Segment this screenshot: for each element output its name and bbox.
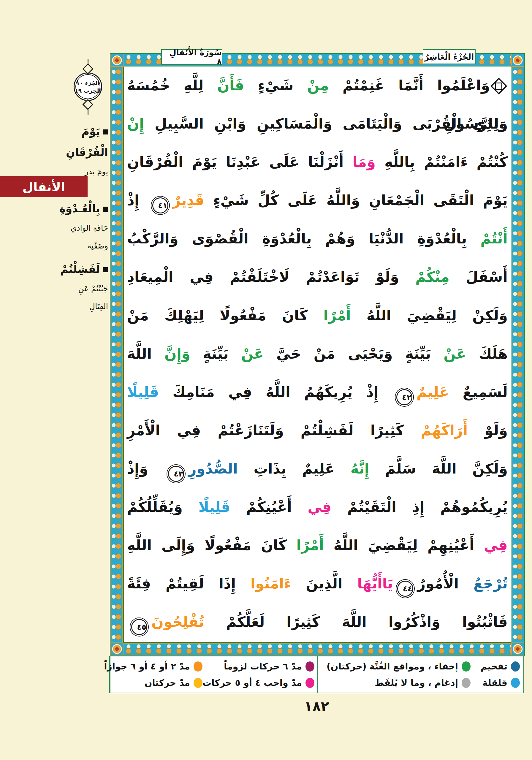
quran-segment: لَسَمِيعٌ [449,384,508,400]
quran-segment: اللَّهَ [127,345,165,362]
medallion-knot-icon [82,99,93,110]
margin-note-gloss: وضَفَّتِه [42,237,108,255]
legend-label: مدّ واجب ٤ أو ٥ حركات [203,678,302,688]
juz-title: الجُزْءُ الْعَاشِرُ [424,52,474,62]
square-bullet-icon [103,267,108,272]
quran-segment: إِنْ [127,115,144,132]
legend-item: مدّ واجب ٤ أو ٥ حركات [203,678,314,688]
quran-segment: إِذَا لَقِيتُمْ فِئَةً [127,575,251,592]
legend-color-dot [306,678,314,688]
quran-segment: بِالْعُدْوَةِ الدُّنْيَا وَهُمْ بِالْعُد… [127,230,480,247]
quran-segment: عَلِيمٌ [416,384,449,400]
ornament-band-right [512,67,524,642]
quran-segment: كَانَ مَفْعُولًا لِيَهْلِكَ مَنْ [127,307,323,324]
quran-line: وَلَوْ أَرَاكَهُمْ كَثِيرًا لَفَشِلْتُمْ… [127,411,508,450]
legend-color-dot [194,678,203,688]
quran-segment: إِنَّهُ [350,460,369,477]
quran-segment: عَنْ [444,345,466,362]
legend-color-dot [461,661,470,672]
legend-color-dot [511,678,520,688]
quran-line: وَلَكِنْ لِيَقْضِيَ اللَّهُ أَمْرًا كَان… [127,296,508,335]
quran-line: يُرِيكُمُوهُمْ إِذِ الْتَقَيْتُمْ فِي أَ… [127,488,508,526]
margin-note-gloss: القِتَالِ [42,298,108,315]
margin-note-gloss: حَافَةِ الوادي [42,219,108,237]
quran-line: فِي أَعْيُنِهِمْ لِيَقْضِيَ اللَّهُ أَمْ… [127,526,508,564]
square-bullet-icon [103,129,108,134]
quran-line: وَلِذِي الْقُرْبَى وَالْيَتَامَى وَالْمَ… [127,105,508,143]
legend-label: مدّ ٢ أو ٤ أو ٦ جوازاً [104,661,190,672]
legend-item: إدغام ، وما لا يُلفَظ [321,678,470,688]
legend-item: مدّ ٦ حركات لزوماً [203,661,314,672]
legend-column-ghunnah: إخفاء ، ومواقع الغُنَّة (حركتان)إدغام ، … [317,656,473,692]
quran-segment: تُرْجَعُ [473,575,508,592]
quran-text: وَاعْلَمُوا أَنَّمَا غَنِمْتُمْ مِنْ شَي… [123,66,512,641]
surah-name-tab: الأنفال [0,176,88,197]
verse-number-badge: ٤٤ [397,581,413,597]
quran-segment: وَلَكِنْ لِيَقْضِيَ اللَّهُ [351,307,508,324]
quran-segment: تُفْلِحُونَ [151,613,204,630]
quran-line: يَوْمَ الْتَقَى الْجَمْعَانِ وَاللَّهُ ع… [127,181,508,219]
quran-segment: وَلَكِنَّ اللَّهَ سَلَّمَ [369,460,508,477]
legend-label: مدّ ٦ حركات لزوماً [224,661,302,672]
quran-segment: أَرَاكَهُمْ [421,422,468,439]
quran-line: وَلَكِنَّ اللَّهَ سَلَّمَ إِنَّهُ عَلِيم… [127,450,508,488]
legend-label: تفخيم [481,661,508,672]
margin-note-term: بِالْعُـدْوَةِ [42,198,108,219]
legend-item: تفخيم [476,661,520,672]
quran-segment: بَيِّنَةٍ وَيَحْيَى مَنْ حَيَّ [264,345,444,362]
quran-segment: ءَامَنُوا [251,575,291,592]
page-number: ١٨٢ [109,698,524,714]
corner-ornament-icon [111,54,123,67]
quran-segment: أَنْزَلْنَا عَلَى عَبْدِنَا يَوْمَ الْفُ… [127,154,352,170]
quran-segment: إِذْ يُرِيكَهُمُ اللَّهُ فِي مَنَامِكَ [159,384,392,400]
legend-color-dot [511,661,520,672]
quran-segment: فِي [484,537,508,553]
legend-color-dot [306,661,314,672]
juz-hizb-medallion: الجُزء ١٠ الحِزب ١٩ [73,59,103,123]
quran-segment: عَلِيمٌ بِذَاتِ [238,460,350,477]
legend-column-madd: مدّ ٦ حركات لزوماًمدّ ٢ أو ٤ أو ٦ جوازاً… [110,656,317,692]
legend-item: قلقلة [476,678,520,688]
quran-segment: وَإِذْ [127,460,164,477]
quran-segment: كَانَ مَفْعُولًا وَإِلَى اللَّهِ [127,537,296,553]
quran-segment: مِنْكُمْ [415,268,450,285]
verse-number-badge: ٤٥ [131,619,147,635]
quran-segment: يَاأَيُّهَا [357,575,393,592]
legend-color-dot [194,661,203,672]
quran-segment: يَوْمَ الْتَقَى الْجَمْعَانِ وَاللَّهُ ع… [204,192,508,209]
legend-color-dot [461,678,470,688]
medallion-juz-text: الجُزء ١٠ [76,79,100,87]
rub-el-hizb-icon [490,78,508,95]
verse-number-badge: ٤٣ [168,466,184,482]
corner-ornament-icon [511,54,524,67]
juz-title-box: الجُزْءُ الْعَاشِرُ [423,49,476,64]
medallion-hizb-text: الحِزب ١٩ [75,87,101,94]
quran-segment: وَاعْلَمُوا أَنَّمَا غَنِمْتُمْ [329,77,490,94]
legend-column-tafkheem: تفخيمقلقلة [473,656,523,692]
margin-note-term: يَوْمَ [42,121,108,142]
margin-note: لَفَشِلْتُمْجَبُنْتُمْ عَنِالقِتَالِ [42,259,108,315]
quran-line: فَاثْبُتُوا وَاذْكُرُوا اللَّهَ كَثِيرًا… [127,603,508,641]
quran-segment: عَنْ [241,345,264,362]
quran-segment: أَعْيُنِهِمْ لِيَقْضِيَ اللَّهُ [324,537,484,553]
quran-line: لَسَمِيعٌ عَلِيمٌ٤٢ إِذْ يُرِيكَهُمُ الل… [127,373,508,411]
legend-item: مدّ حركتان [104,678,203,688]
quran-segment: فِي [308,499,331,515]
quran-segment: قَلِيلًا [127,384,159,400]
surah-title-box: سُورَةُ الأَنْفَالِ ٨ [161,49,222,65]
quran-segment: أَمْرًا [323,307,351,324]
quran-line: وَاعْلَمُوا أَنَّمَا غَنِمْتُمْ مِنْ شَي… [127,66,508,105]
medallion-circle: الجُزء ١٠ الحِزب ١٩ [73,72,102,101]
quran-segment: إِذْ [127,192,148,209]
quran-segment: قَدِيرٌ [172,192,204,209]
square-bullet-icon [103,207,108,212]
mushaf-page: { "header": { "surah_title": "سُورَةُ ال… [0,0,532,760]
quran-line: هَلَكَ عَنْ بَيِّنَةٍ وَيَحْيَى مَنْ حَي… [127,335,508,373]
quran-segment: أَعْيُنِكُمْ [230,499,308,515]
quran-line: كُنْتُمْ ءَامَنْتُمْ بِاللَّهِ وَمَا أَن… [127,143,508,181]
quran-segment: وَيُقَلِّلُكُمْ [127,499,199,515]
legend-item: مدّ ٢ أو ٤ أو ٦ جوازاً [104,661,203,672]
quran-line: أَسْفَلَ مِنْكُمْ وَلَوْ تَوَاعَدْتُمْ ل… [127,258,508,296]
legend-label: مدّ حركتان [145,678,190,688]
quran-segment: وَإِنَّ [165,345,190,362]
